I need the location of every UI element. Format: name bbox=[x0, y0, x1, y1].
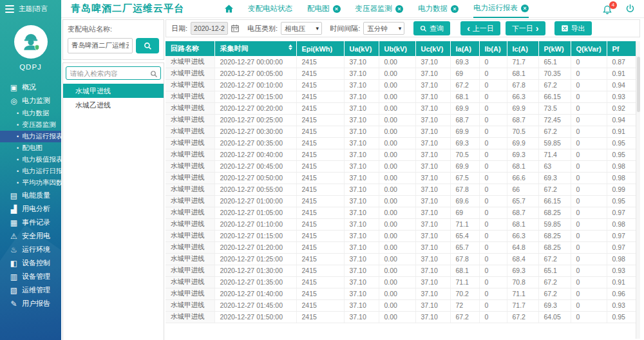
sidebar-item[interactable]: ♨运行环境 bbox=[0, 243, 61, 256]
next-day-button[interactable]: 下一日 › bbox=[506, 21, 545, 35]
table-cell: 37.10 bbox=[415, 102, 450, 114]
table-row[interactable]: 水城甲进线2020-12-27 01:00:00241537.100.0037.… bbox=[166, 195, 636, 207]
theme-language-link[interactable]: 主题|语言 bbox=[19, 5, 48, 14]
table-row[interactable]: 水城甲进线2020-12-27 00:05:00241537.100.0037.… bbox=[166, 68, 636, 79]
sidebar-item[interactable]: •配电图 bbox=[0, 142, 61, 154]
query-button[interactable]: 查询 bbox=[413, 21, 450, 35]
date-input[interactable] bbox=[191, 22, 228, 35]
table-row[interactable]: 水城甲进线2020-12-27 00:35:00241537.100.0037.… bbox=[166, 137, 636, 149]
table-row[interactable]: 水城甲进线2020-12-27 00:00:00241537.100.0037.… bbox=[166, 56, 636, 68]
sidebar-item[interactable]: •电力运行日报 bbox=[0, 165, 61, 177]
table-cell: 0 bbox=[571, 253, 607, 265]
table-row[interactable]: 水城甲进线2020-12-27 01:25:00241537.100.0037.… bbox=[166, 253, 636, 265]
sidebar-item[interactable]: •电力极值报表 bbox=[0, 154, 61, 165]
interval-select[interactable]: 五分钟 ▾ bbox=[363, 22, 404, 35]
sidebar-item[interactable]: ◧设备控制 bbox=[0, 256, 61, 270]
sidebar-item[interactable]: ▣概况 bbox=[0, 80, 61, 94]
voltage-type-select[interactable]: 相电压 ▾ bbox=[281, 22, 322, 35]
prev-day-button[interactable]: ‹ 上一日 bbox=[460, 21, 500, 35]
power-monitoring-icon: ◎ bbox=[9, 97, 19, 106]
table-cell: 70.5 bbox=[450, 149, 479, 160]
sidebar-item[interactable]: ✎用户报告 bbox=[0, 297, 61, 310]
table-row[interactable]: 水城甲进线2020-12-27 00:50:00241537.100.0037.… bbox=[166, 172, 636, 184]
sidebar-item[interactable]: ▟用电分析 bbox=[0, 202, 61, 216]
nav-tab[interactable]: 电力运行报表× bbox=[473, 0, 529, 18]
table-row[interactable]: 水城甲进线2020-12-27 01:30:00241537.100.0037.… bbox=[166, 265, 636, 276]
table-row[interactable]: 水城甲进线2020-12-27 01:50:00241537.100.0037.… bbox=[166, 311, 636, 323]
table-cell: 0.94 bbox=[607, 79, 636, 91]
power-logout-icon[interactable] bbox=[625, 4, 635, 14]
table-row[interactable]: 水城甲进线2020-12-27 00:10:00241537.100.0037.… bbox=[166, 79, 636, 91]
sidebar-item[interactable]: •电力数据 bbox=[0, 108, 61, 119]
feeder-list-item[interactable]: 水城乙进线 bbox=[63, 98, 164, 112]
table-row[interactable]: 水城甲进线2020-12-27 00:45:00241537.100.0037.… bbox=[166, 160, 636, 172]
table-row[interactable]: 水城甲进线2020-12-27 01:45:00241537.100.0037.… bbox=[166, 299, 636, 311]
nav-tab[interactable]: 电力数据× bbox=[418, 0, 459, 18]
table-cell: 0.00 bbox=[379, 102, 415, 114]
table-cell: 水城甲进线 bbox=[166, 56, 214, 68]
table-row[interactable]: 水城甲进线2020-12-27 01:35:00241537.100.0037.… bbox=[166, 276, 636, 288]
vertical-scrollbar[interactable] bbox=[636, 41, 640, 339]
table-cell: 37.10 bbox=[344, 299, 379, 311]
tab-close-icon[interactable]: × bbox=[395, 5, 403, 13]
table-cell: 0.00 bbox=[379, 276, 415, 288]
notifications-button[interactable]: 4 bbox=[602, 4, 612, 14]
table-cell: 水城甲进线 bbox=[166, 79, 214, 91]
tab-close-icon[interactable]: × bbox=[521, 5, 529, 12]
sidebar-item[interactable]: ◎电力监测 bbox=[0, 94, 61, 108]
station-name-input[interactable] bbox=[68, 38, 133, 53]
table-row[interactable]: 水城甲进线2020-12-27 01:10:00241537.100.0037.… bbox=[166, 218, 636, 230]
column-header[interactable]: 采集时间 bbox=[214, 41, 296, 56]
feeder-search-input[interactable] bbox=[66, 66, 161, 80]
sidebar-item[interactable]: ▦事件记录 bbox=[0, 216, 61, 229]
table-cell: 66.15 bbox=[538, 91, 571, 102]
home-icon[interactable] bbox=[224, 4, 234, 14]
table-cell: 0.91 bbox=[607, 68, 636, 79]
table-cell: 2415 bbox=[296, 207, 344, 218]
sidebar-item[interactable]: ⚠安全用电 bbox=[0, 229, 61, 243]
table-cell: 37.10 bbox=[344, 56, 379, 68]
table-cell: 0.94 bbox=[607, 114, 636, 126]
table-row[interactable]: 水城甲进线2020-12-27 00:20:00241537.100.0037.… bbox=[166, 102, 636, 114]
table-cell: 0 bbox=[571, 241, 607, 253]
hamburger-menu-icon[interactable] bbox=[5, 5, 14, 13]
table-row[interactable]: 水城甲进线2020-12-27 01:20:00241537.100.0037.… bbox=[166, 241, 636, 253]
sort-icon[interactable] bbox=[289, 44, 292, 50]
sidebar-item[interactable]: ▥设备管理 bbox=[0, 270, 61, 283]
table-row[interactable]: 水城甲进线2020-12-27 01:05:00241537.100.0037.… bbox=[166, 207, 636, 218]
table-cell: 0.00 bbox=[379, 195, 415, 207]
table-cell: 37.10 bbox=[344, 184, 379, 195]
table-cell: 68.1 bbox=[450, 91, 479, 102]
nav-tab[interactable]: 配电图× bbox=[307, 0, 341, 18]
table-row[interactable]: 水城甲进线2020-12-27 00:30:00241537.100.0037.… bbox=[166, 126, 636, 137]
nav-tab[interactable]: 变配电站状态 bbox=[248, 0, 292, 18]
table-cell: 2020-12-27 00:10:00 bbox=[214, 79, 296, 91]
table-row[interactable]: 水城甲进线2020-12-27 00:25:00241537.100.0037.… bbox=[166, 114, 636, 126]
sidebar-item[interactable]: ▤电能质量 bbox=[0, 189, 61, 202]
tab-close-icon[interactable]: × bbox=[333, 5, 341, 13]
sidebar-item[interactable]: •变压器监测 bbox=[0, 119, 61, 131]
table-row[interactable]: 水城甲进线2020-12-27 01:40:00241537.100.0037.… bbox=[166, 288, 636, 299]
station-search-button[interactable] bbox=[136, 38, 159, 53]
table-cell: 37.10 bbox=[415, 230, 450, 241]
table-row[interactable]: 水城甲进线2020-12-27 01:15:00241537.100.0037.… bbox=[166, 230, 636, 241]
scrollbar-thumb[interactable] bbox=[637, 57, 640, 112]
tab-close-icon[interactable]: × bbox=[451, 5, 459, 13]
sidebar-item[interactable]: ▧运维管理 bbox=[0, 283, 61, 297]
table-cell: 66.15 bbox=[538, 195, 571, 207]
calendar-icon[interactable] bbox=[231, 24, 240, 33]
table-cell: 0 bbox=[479, 102, 507, 114]
nav-tab[interactable]: 变压器监测× bbox=[355, 0, 404, 18]
table-cell: 37.10 bbox=[415, 149, 450, 160]
table-row[interactable]: 水城甲进线2020-12-27 00:15:00241537.100.0037.… bbox=[166, 91, 636, 102]
feeder-list-item[interactable]: 水城甲进线 bbox=[63, 84, 164, 98]
table-cell: 37.10 bbox=[344, 79, 379, 91]
table-row[interactable]: 水城甲进线2020-12-27 00:40:00241537.100.0037.… bbox=[166, 149, 636, 160]
table-row[interactable]: 水城甲进线2020-12-27 00:55:00241537.100.0037.… bbox=[166, 184, 636, 195]
table-cell: 0 bbox=[479, 288, 507, 299]
table-cell: 2415 bbox=[296, 149, 344, 160]
sidebar-item[interactable]: •平均功率因数 bbox=[0, 177, 61, 189]
table-cell: 0.93 bbox=[607, 299, 636, 311]
export-button[interactable]: 导出 bbox=[554, 21, 592, 35]
sidebar-item[interactable]: •电力运行报表 bbox=[0, 131, 61, 142]
